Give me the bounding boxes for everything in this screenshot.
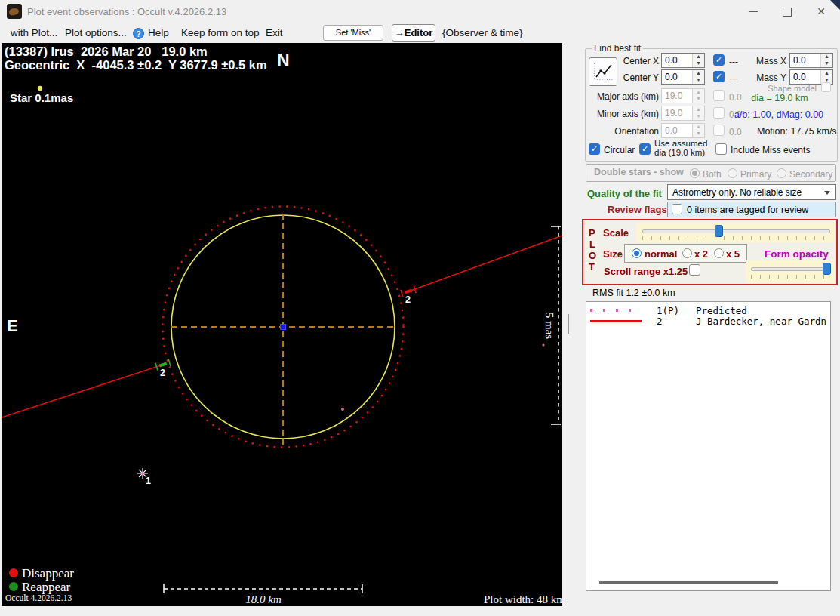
- menu-exit[interactable]: Exit: [266, 27, 283, 38]
- site-1-label: 1: [146, 476, 151, 486]
- mass-x-label: Mass X: [749, 56, 786, 66]
- shape-model-checkbox[interactable]: [821, 82, 831, 92]
- center-y-checkbox[interactable]: ✓: [713, 71, 725, 82]
- double-stars-primary-radio: [728, 168, 737, 178]
- chord-2-reappear-label: 2: [160, 368, 165, 378]
- center-x-label: Center X: [604, 56, 659, 66]
- motion-info: Motion: 17.75 km/s: [757, 126, 837, 137]
- maximize-icon: [783, 8, 792, 17]
- set-miss-times-button[interactable]: Set 'Miss' Times: [323, 25, 383, 41]
- app-icon: [7, 4, 22, 19]
- spin-up-icon[interactable]: ▲: [693, 70, 704, 77]
- maximize-button[interactable]: [770, 0, 805, 23]
- center-y-label: Center Y: [604, 72, 659, 83]
- use-assumed-checkbox[interactable]: ✓: [639, 143, 651, 155]
- ab-dmag-info: a/b: 1.00, dMag: 0.00: [722, 109, 836, 120]
- orientation-value: 0.0: [662, 124, 692, 137]
- quality-of-fit-label: Quality of the fit: [587, 188, 662, 199]
- size-x2-radio[interactable]: [682, 248, 692, 258]
- dia-info: dia = 19.0 km: [725, 93, 835, 103]
- plot-width-label: Plot width: 48 km: [484, 593, 562, 606]
- include-miss-checkbox[interactable]: [715, 143, 727, 155]
- size-x2-label: x 2: [694, 248, 708, 260]
- plot-canvas: [2, 43, 562, 606]
- circular-checkbox[interactable]: ✓: [589, 143, 600, 155]
- menu-help[interactable]: Help: [148, 27, 169, 38]
- star-scale-label: Star 0.1mas: [10, 91, 73, 104]
- menu-plot-options[interactable]: Plot options...: [65, 27, 127, 38]
- scroll-range-checkbox[interactable]: [689, 264, 700, 276]
- spin-up-icon[interactable]: ▲: [821, 70, 832, 77]
- form-opacity-track[interactable]: [751, 267, 831, 271]
- minimize-button[interactable]: —: [736, 0, 771, 23]
- review-flags-checkbox[interactable]: [672, 204, 682, 214]
- center-marker: [281, 325, 286, 330]
- quality-of-fit-select[interactable]: Astrometry only. No reliable size: [667, 184, 836, 200]
- form-opacity-slider[interactable]: [746, 260, 835, 283]
- mas-scale-label: 5 mas: [543, 303, 555, 349]
- circular-label: Circular: [604, 145, 635, 156]
- legend-disappear-label: Disappear: [22, 566, 74, 581]
- observations-list[interactable]: 1(P) Predicted 2 J Bardecker, near Gardn: [586, 301, 831, 591]
- spin-down-icon: ▼: [693, 131, 704, 137]
- spin-down-icon[interactable]: ▼: [693, 77, 704, 84]
- orientation-aux: 0.0: [729, 127, 742, 137]
- size-x5-radio[interactable]: [714, 248, 724, 258]
- mass-x-spinner[interactable]: 0.0 ▲▼: [789, 53, 833, 68]
- size-label: Size: [603, 248, 623, 260]
- orientation-checkbox[interactable]: [713, 125, 725, 136]
- quality-of-fit-value: Astrometry only. No reliable size: [672, 187, 802, 198]
- form-opacity-thumb[interactable]: [823, 263, 831, 275]
- center-x-spinner[interactable]: 0.0 ▲▼: [661, 53, 705, 68]
- spin-up-icon[interactable]: ▲: [693, 54, 704, 60]
- horizontal-scrollbar[interactable]: [599, 581, 778, 584]
- menu-with-plot[interactable]: with Plot...: [11, 27, 57, 38]
- spin-up-icon[interactable]: ▲: [821, 54, 832, 60]
- spin-up-icon: ▲: [693, 106, 704, 113]
- star-dot: [38, 86, 42, 91]
- chord-2-left-segment: [2, 365, 161, 417]
- occultation-plot[interactable]: (13387) Irus 2026 Mar 20 19.0 km Geocent…: [2, 43, 562, 606]
- use-assumed-label-line1: Use assumed: [654, 139, 707, 148]
- orientation-spinner: 0.0 ▲▼: [661, 123, 705, 138]
- shape-model-label: Shape model: [756, 84, 817, 93]
- editor-button[interactable]: →Editor: [392, 24, 435, 42]
- title-bar: Plot event observations : Occult v.4.202…: [0, 0, 840, 23]
- mass-y-value: 0.0: [790, 70, 820, 84]
- include-miss-label: Include Miss events: [731, 145, 810, 156]
- splitter-handle[interactable]: [568, 314, 569, 334]
- size-x5-label: x 5: [726, 248, 740, 260]
- chevron-down-icon: [824, 191, 830, 195]
- major-axis-checkbox[interactable]: [713, 90, 725, 101]
- scale-slider-thumb[interactable]: [715, 225, 723, 237]
- menu-keep-form-on-top[interactable]: Keep form on top: [181, 27, 260, 38]
- center-x-dash: ---: [729, 57, 738, 67]
- legend-reappear-label: Reappear: [22, 580, 70, 595]
- center-y-spinner[interactable]: 0.0 ▲▼: [661, 69, 705, 85]
- center-y-dash: ---: [729, 73, 738, 84]
- plot-controls-panel: P L O T Scale Size normal x 2 x 5 Form o…: [582, 219, 838, 285]
- observation-row[interactable]: 2 J Bardecker, near Gardn: [586, 316, 830, 326]
- chord-2-disappear-label: 2: [405, 294, 411, 305]
- spin-down-icon: ▼: [693, 96, 704, 103]
- help-icon[interactable]: ?: [133, 28, 144, 39]
- observation-row[interactable]: 1(P) Predicted: [586, 305, 830, 316]
- observation-name: Predicted: [696, 305, 747, 316]
- spin-up-icon: ▲: [693, 124, 704, 131]
- size-normal-radio[interactable]: [632, 248, 642, 258]
- center-x-checkbox[interactable]: ✓: [713, 54, 725, 66]
- observer-time-label[interactable]: {Observer & time}: [442, 27, 523, 38]
- scale-slider[interactable]: [636, 223, 835, 242]
- spin-down-icon[interactable]: ▼: [693, 60, 704, 67]
- scale-slider-track[interactable]: [642, 229, 830, 233]
- window-title: Plot event observations : Occult v.4.202…: [27, 6, 226, 17]
- spin-up-icon: ▲: [693, 89, 704, 96]
- observation-id: 2: [657, 316, 663, 327]
- orientation-label: Orientation: [589, 126, 659, 137]
- minor-axis-value: 19.0: [662, 106, 692, 120]
- double-stars-label: Double stars - show: [594, 167, 684, 177]
- center-y-value: 0.0: [662, 70, 692, 84]
- size-radio-group: normal x 2 x 5: [624, 244, 747, 263]
- scroll-range-label: Scroll range x1.25: [604, 266, 688, 277]
- spin-down-icon[interactable]: ▼: [821, 60, 832, 67]
